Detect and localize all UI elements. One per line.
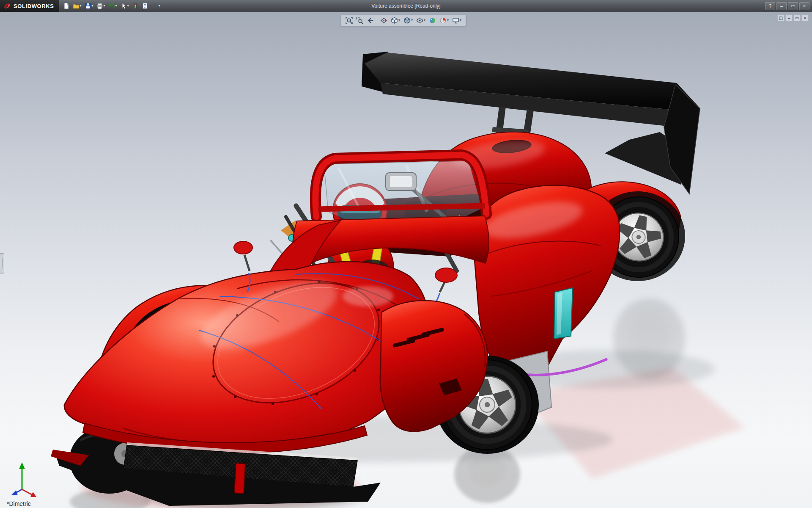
zoom-to-fit-icon (346, 17, 353, 24)
dropdown-caret[interactable]: ▾ (398, 19, 400, 22)
toolbar-separator (377, 17, 377, 24)
eye-icon (416, 17, 423, 24)
titlebar-toolbar: ▾ ▾ ▾ ▾ (59, 1, 164, 11)
y-axis-arrow (19, 462, 25, 469)
brand-name: SOLIDWORKS (14, 3, 54, 9)
split-pane-button[interactable]: ◫ (777, 14, 785, 21)
help-button[interactable]: ? (765, 2, 775, 10)
feature-manager-splitter[interactable] (0, 253, 4, 273)
save-floppy-icon (85, 3, 91, 9)
graphics-viewport[interactable]: ▾ ▾ ▾ (0, 12, 812, 508)
previous-view-icon (367, 17, 374, 24)
appearance-ball-icon (429, 17, 436, 24)
view-orientation-label: *Dimetric (7, 500, 31, 507)
restore-document-button[interactable]: ▭ (793, 14, 801, 21)
center-pylon (234, 463, 245, 493)
dropdown-caret[interactable]: ▾ (447, 19, 449, 22)
select-cursor-icon (120, 3, 127, 9)
zoom-to-fit-button[interactable] (344, 16, 354, 25)
window-controls: ? – ▭ × (765, 2, 812, 10)
dropdown-caret[interactable]: ▾ (104, 4, 105, 8)
dropdown-caret[interactable]: ▾ (424, 19, 425, 22)
rebuild-button[interactable] (131, 1, 140, 11)
file-properties-button[interactable] (140, 1, 150, 11)
close-button[interactable]: × (799, 2, 809, 10)
restore-button[interactable]: ▭ (788, 2, 798, 10)
document-pane-controls: ◫ – ▭ × (777, 14, 809, 21)
dropdown-caret[interactable]: ▾ (115, 4, 117, 8)
car-model-3d-view[interactable] (0, 12, 812, 508)
dropdown-caret[interactable]: ▾ (411, 19, 413, 22)
heads-up-view-toolbar: ▾ ▾ ▾ (341, 14, 466, 26)
zoom-to-area-icon (356, 17, 363, 24)
view-settings-icon (452, 17, 459, 24)
hide-show-items-button[interactable]: ▾ (415, 16, 427, 25)
open-button[interactable]: ▾ (71, 1, 83, 11)
zoom-to-area-button[interactable] (355, 16, 365, 25)
select-button[interactable]: ▾ (119, 1, 130, 11)
solidworks-window: { "titlebar": { "brand": "SOLIDWORKS", "… (0, 0, 812, 508)
new-button[interactable] (62, 1, 71, 11)
right-mirror (435, 268, 457, 282)
display-style-icon (403, 17, 411, 24)
edit-appearance-button[interactable] (428, 16, 437, 25)
display-style-button[interactable]: ▾ (402, 16, 414, 25)
undo-button[interactable]: ▾ (107, 1, 118, 11)
previous-view-button[interactable] (365, 16, 375, 25)
dropdown-caret[interactable]: ▾ (159, 4, 160, 8)
solidworks-logo: SOLIDWORKS (0, 0, 59, 12)
section-view-button[interactable] (379, 16, 389, 25)
dropdown-caret[interactable]: ▾ (92, 4, 93, 8)
3ds-swirl-icon (3, 2, 11, 10)
minimize-document-button[interactable]: – (785, 14, 793, 21)
scene-ball-icon (439, 17, 447, 24)
titlebar: SOLIDWORKS ▾ ▾ (0, 0, 812, 12)
print-button[interactable]: ▾ (95, 1, 107, 11)
file-properties-icon (142, 3, 148, 9)
view-orientation-cube-icon (391, 17, 398, 24)
new-document-icon (63, 3, 70, 9)
view-settings-button[interactable]: ▾ (451, 16, 463, 25)
dropdown-caret[interactable]: ▾ (127, 4, 129, 8)
orientation-triad[interactable] (5, 460, 41, 499)
view-orientation-button[interactable]: ▾ (390, 16, 401, 25)
close-document-button[interactable]: × (801, 14, 809, 21)
options-gear-icon (151, 3, 158, 9)
dropdown-caret[interactable]: ▾ (460, 19, 461, 22)
printer-icon (96, 3, 103, 9)
save-button[interactable]: ▾ (83, 1, 95, 11)
traffic-light-icon (132, 3, 139, 9)
minimize-button[interactable]: – (776, 2, 787, 10)
section-view-icon (380, 17, 387, 24)
dropdown-caret[interactable]: ▾ (80, 4, 82, 8)
z-axis-arrow (11, 490, 18, 495)
open-folder-icon (73, 3, 80, 9)
options-button[interactable]: ▾ (150, 1, 162, 11)
undo-arrow-icon (108, 3, 115, 9)
apply-scene-button[interactable]: ▾ (438, 16, 450, 25)
left-mirror (234, 241, 252, 254)
